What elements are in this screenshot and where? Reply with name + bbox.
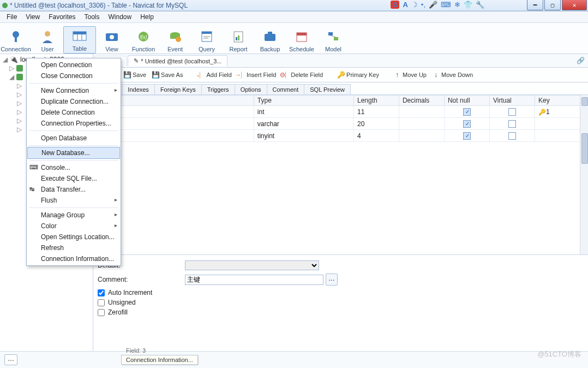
- ctx-new-connection[interactable]: New Connection: [27, 85, 121, 96]
- comment-more-button[interactable]: …: [326, 274, 338, 286]
- ctx-close-connection[interactable]: Close Connection: [27, 70, 121, 81]
- svg-rect-19: [236, 37, 237, 40]
- mic-icon[interactable]: 🎤: [429, 1, 437, 9]
- fields-grid-wrap: Name Type Length Decimals Not null Virtu…: [93, 95, 588, 254]
- tool-table[interactable]: Table: [63, 26, 96, 54]
- ime-tray: S A ☽ •, 🎤 ⌨ ❄ 👕 🔧: [391, 1, 484, 9]
- ctx-connection-properties[interactable]: Connection Properties...: [27, 118, 121, 129]
- sogou-icon[interactable]: S: [391, 1, 400, 9]
- tool-view[interactable]: View: [96, 27, 128, 54]
- ctx-console[interactable]: ⌨Console...: [27, 162, 121, 173]
- move-up-button[interactable]: ↑Move Up: [393, 71, 427, 79]
- ctx-refresh[interactable]: Refresh: [27, 242, 121, 253]
- ctx-open-settings-location[interactable]: Open Settings Location...: [27, 232, 121, 242]
- tool-event[interactable]: Event: [159, 27, 191, 54]
- tab-triggers[interactable]: Triggers: [201, 84, 235, 95]
- menu-favorites[interactable]: Favorites: [44, 12, 80, 22]
- query-icon: [191, 27, 223, 46]
- menu-window[interactable]: Window: [104, 12, 136, 22]
- ctx-delete-connection[interactable]: Delete Connection: [27, 107, 121, 118]
- tool-schedule[interactable]: Schedule: [286, 27, 317, 54]
- maximize-button[interactable]: ▢: [544, 0, 561, 10]
- tab-sql-preview[interactable]: SQL Preview: [304, 84, 351, 95]
- grid-row[interactable]: varchar 20: [94, 118, 580, 130]
- grid-row[interactable]: int 11 🔑1: [94, 106, 580, 118]
- ctx-color[interactable]: Color: [27, 221, 121, 232]
- shirt-icon[interactable]: 👕: [464, 1, 472, 9]
- save-icon: 💾: [123, 71, 131, 79]
- field-count: Field: 3: [126, 347, 146, 354]
- tool-user[interactable]: User: [32, 27, 63, 54]
- tab-table-designer[interactable]: ✎ * Untitled @test (localhost_3...: [128, 55, 227, 66]
- gear-icon[interactable]: ❄: [454, 1, 460, 9]
- connection-context-menu[interactable]: Open ConnectionClose ConnectionNew Conne…: [26, 58, 121, 266]
- save-button[interactable]: 💾Save: [123, 71, 146, 79]
- tab-foreign-keys[interactable]: Foreign Keys: [154, 84, 202, 95]
- grid-row[interactable]: tinyint 4: [94, 130, 580, 142]
- unsigned-checkbox[interactable]: [98, 299, 105, 306]
- tool-function[interactable]: f(x) Function: [128, 27, 159, 54]
- checkbox-virtual[interactable]: [508, 120, 516, 128]
- tool-model[interactable]: Model: [317, 27, 349, 54]
- checkbox-notnull[interactable]: [463, 108, 471, 116]
- comment-input[interactable]: [185, 275, 323, 285]
- default-select[interactable]: [185, 260, 319, 270]
- link-icon[interactable]: 🔗: [577, 57, 585, 64]
- insert-field-button[interactable]: →⎸Insert Field: [237, 71, 276, 79]
- minimize-button[interactable]: ━: [527, 0, 543, 10]
- table-icon: [64, 27, 95, 45]
- menu-help[interactable]: Help: [136, 12, 158, 22]
- schedule-icon: [286, 27, 317, 46]
- tool-report[interactable]: Report: [223, 27, 254, 54]
- checkbox-notnull[interactable]: [463, 120, 471, 128]
- dot-icon[interactable]: •,: [421, 1, 425, 9]
- ctx-execute-sql-file[interactable]: Execute SQL File...: [27, 173, 121, 184]
- checkbox-virtual[interactable]: [508, 108, 516, 116]
- tool-query[interactable]: Query: [191, 27, 223, 54]
- tab-comment[interactable]: Comment: [267, 84, 305, 95]
- ctx-open-connection[interactable]: Open Connection: [27, 60, 121, 70]
- ctx-flush[interactable]: Flush: [27, 195, 121, 206]
- primary-key-button[interactable]: 🔑Primary Key: [337, 71, 379, 79]
- checkbox-notnull[interactable]: [463, 132, 471, 140]
- svg-rect-1: [15, 37, 17, 42]
- ctx-duplicate-connection[interactable]: Duplicate Connection...: [27, 96, 121, 107]
- zerofill-checkbox[interactable]: [98, 309, 105, 316]
- moon-icon[interactable]: ☽: [411, 1, 418, 9]
- menu-file[interactable]: File: [2, 12, 21, 22]
- status-more-button[interactable]: …: [4, 354, 17, 365]
- tool-backup[interactable]: Backup: [254, 27, 286, 54]
- document-tabs: Objects ✎ * Untitled @test (localhost_3.…: [93, 54, 588, 68]
- tab-indexes[interactable]: Indexes: [122, 84, 155, 95]
- keyboard-icon[interactable]: ⌨: [441, 1, 451, 9]
- ctx-open-database[interactable]: Open Database: [27, 133, 121, 144]
- close-button[interactable]: ✕: [562, 0, 587, 10]
- checkbox-virtual[interactable]: [508, 132, 516, 140]
- ctx-connection-information[interactable]: Connection Information...: [27, 253, 121, 264]
- key-icon: 🔑: [538, 109, 546, 115]
- add-field-button[interactable]: ₊⎸Add Field: [197, 71, 231, 79]
- auto-increment-checkbox[interactable]: [98, 289, 105, 296]
- vertical-scrollbar[interactable]: [580, 95, 588, 254]
- move-down-button[interactable]: ↓Move Down: [432, 71, 473, 79]
- tool-connection[interactable]: Connection: [0, 27, 32, 54]
- ctx-manage-group[interactable]: Manage Group: [27, 210, 121, 221]
- ctx-new-database[interactable]: New Database...: [27, 147, 120, 159]
- view-icon: [96, 27, 128, 46]
- wrench-icon[interactable]: 🔧: [476, 1, 484, 9]
- menu-view[interactable]: View: [21, 12, 44, 22]
- ime-a-icon[interactable]: A: [403, 1, 407, 9]
- ctx-data-transfer[interactable]: ↹Data Transfer...: [27, 184, 121, 195]
- svg-rect-20: [238, 35, 239, 40]
- menu-tools[interactable]: Tools: [80, 12, 104, 22]
- comment-label: Comment:: [98, 276, 185, 283]
- fields-grid[interactable]: Name Type Length Decimals Not null Virtu…: [93, 95, 580, 142]
- svg-rect-24: [297, 33, 307, 35]
- tab-options[interactable]: Options: [235, 84, 267, 95]
- user-icon: [32, 27, 63, 46]
- delete-field-button[interactable]: ⊖⎸Delete Field: [281, 71, 323, 79]
- svg-rect-4: [73, 32, 86, 34]
- arrow-up-icon: ↑: [393, 71, 401, 79]
- function-icon: f(x): [128, 27, 159, 46]
- save-as-button[interactable]: 💾Save As: [152, 71, 183, 79]
